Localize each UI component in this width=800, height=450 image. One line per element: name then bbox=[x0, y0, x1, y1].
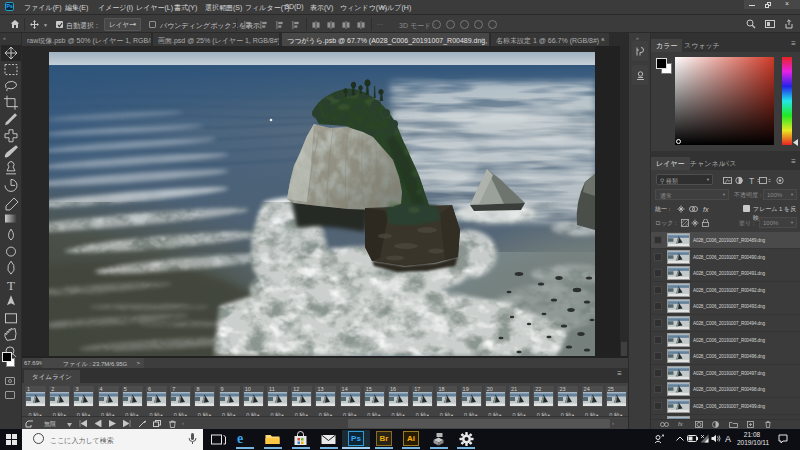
svg-text:fx: fx bbox=[703, 206, 709, 213]
svg-text:T: T bbox=[7, 278, 15, 293]
svg-text:T: T bbox=[749, 176, 754, 185]
